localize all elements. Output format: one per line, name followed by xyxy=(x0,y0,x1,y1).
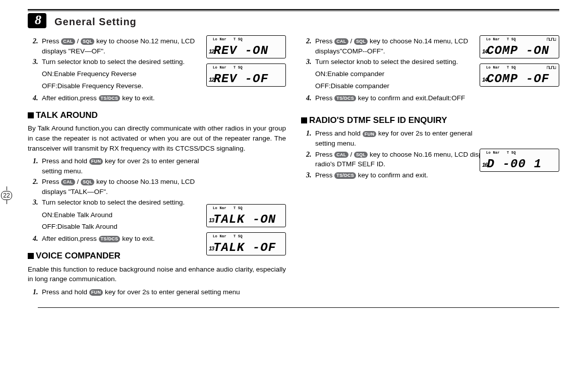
section-dtmf: RADIO'S DTMF SELF ID ENQUIRY xyxy=(301,114,559,127)
lcd-comp-on: Lo NarT SQ ⊓⊔⊓⊔ 14COMP -ON xyxy=(480,35,559,58)
tsdcs-key-icon: TS/DCS xyxy=(334,95,356,102)
lcd-dtmf: Lo NarT SQ 16D -00 1 xyxy=(480,149,559,172)
talk-step-1: 1. Press and hold FUN key for over 2s to… xyxy=(33,156,286,176)
sql-key-icon: SQL xyxy=(354,152,368,158)
lcd-rev-of: Lo NarT SQ 12REV -OF xyxy=(206,63,286,87)
fun-key-icon: FUN xyxy=(89,158,103,165)
bottom-rule xyxy=(38,307,559,308)
cal-key-icon: CAL xyxy=(334,152,348,158)
dtmf-step-1: 1. Press and hold FUN key for over 2s to… xyxy=(306,128,559,148)
section-talk-around: TALK AROUND xyxy=(28,109,286,122)
sql-key-icon: SQL xyxy=(81,179,94,185)
lcd-talk-of: Lo NarT SQ 13TALK -OF xyxy=(206,232,286,255)
sql-key-icon: SQL xyxy=(354,38,368,45)
chapter-number: 8 xyxy=(28,13,46,28)
lcd-comp-of: Lo NarT SQ ⊓⊔⊓⊔ 14COMP -OF xyxy=(480,63,559,87)
tsdcs-key-icon: TS/DCS xyxy=(99,236,121,242)
fun-key-icon: FUN xyxy=(89,289,103,296)
fun-key-icon: FUN xyxy=(363,131,376,138)
vc-desc: Enable this function to reduce backgroun… xyxy=(28,265,286,284)
lcd-talk-on: Lo NarT SQ 13TALK -ON xyxy=(206,204,286,227)
talk-desc: By Talk Around function,you can directly… xyxy=(28,123,286,153)
rev-step-4: 4. After edition,press TS/DCS key to exi… xyxy=(33,93,286,103)
cal-key-icon: CAL xyxy=(61,179,75,185)
cal-key-icon: CAL xyxy=(61,38,75,45)
right-column: Lo NarT SQ ⊓⊔⊓⊔ 14COMP -ON Lo NarT SQ ⊓⊔… xyxy=(301,35,559,298)
tsdcs-key-icon: TS/DCS xyxy=(99,95,121,102)
lcd-rev-on: Lo NarT SQ 12REV -ON xyxy=(206,35,286,58)
sql-key-icon: SQL xyxy=(81,38,94,45)
vc-step-1: 1. Press and hold FUN key for over 2s to… xyxy=(33,287,286,297)
chapter-header: 8 General Setting xyxy=(28,14,559,29)
comp-step-4: 4. Press TS/DCS key to confirm and exit.… xyxy=(306,93,559,103)
chapter-title: General Setting xyxy=(54,16,137,28)
cal-key-icon: CAL xyxy=(334,38,348,45)
talk-step-2: 2. Press CAL / SQL key to choose No.13 m… xyxy=(33,177,286,197)
tsdcs-key-icon: TS/DCS xyxy=(334,172,356,179)
left-column: Lo NarT SQ 12REV -ON Lo NarT SQ 12REV -O… xyxy=(28,35,286,298)
